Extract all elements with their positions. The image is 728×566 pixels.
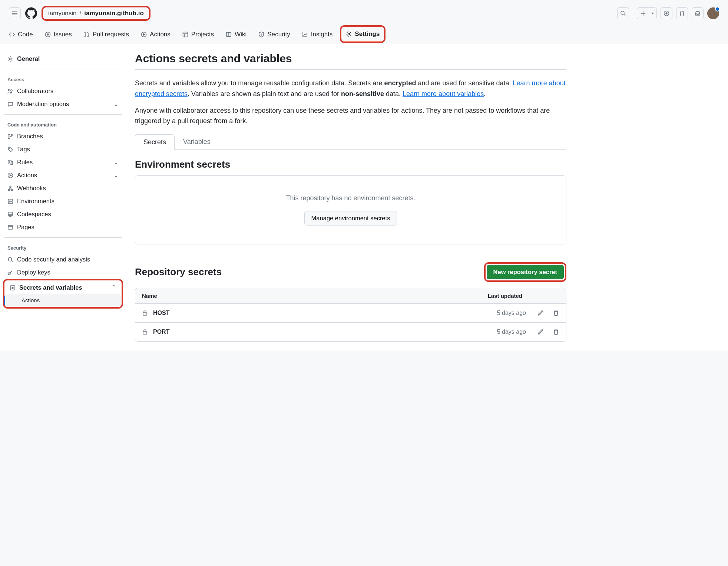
tab-wiki[interactable]: Wiki xyxy=(221,27,251,43)
lock-icon xyxy=(142,329,148,335)
issue-icon xyxy=(45,32,51,37)
codespaces-icon xyxy=(7,211,13,217)
sidebar-group-code: Code and automation xyxy=(3,118,123,130)
key-asterisk-icon xyxy=(10,285,16,291)
svg-point-19 xyxy=(9,138,10,139)
shield-icon xyxy=(258,32,264,37)
tab-label: Settings xyxy=(355,30,380,38)
tab-insights[interactable]: Insights xyxy=(298,27,337,43)
gear-icon xyxy=(7,56,13,62)
tab-label: Issues xyxy=(54,31,72,38)
breadcrumb-repo[interactable]: iamyunsin.github.io xyxy=(84,10,144,17)
chevron-down-icon: ⌄ xyxy=(113,172,119,179)
sidebar-item-general[interactable]: General xyxy=(3,52,123,65)
secret-updated: 5 days ago xyxy=(470,329,526,335)
new-repository-secret-button[interactable]: New repository secret xyxy=(487,265,564,279)
sidebar-item-tags[interactable]: Tags xyxy=(3,143,123,156)
svg-point-21 xyxy=(9,148,10,149)
notifications-button[interactable] xyxy=(692,7,704,19)
svg-point-0 xyxy=(621,11,624,14)
breadcrumb-owner[interactable]: iamyunsin xyxy=(48,10,77,17)
git-branch-icon xyxy=(7,134,13,139)
svg-point-4 xyxy=(680,15,681,16)
environment-secrets-heading: Environment secrets xyxy=(135,159,566,170)
server-icon xyxy=(7,198,13,204)
play-icon xyxy=(141,32,147,37)
tab-issues[interactable]: Issues xyxy=(40,27,76,43)
svg-point-2 xyxy=(666,13,667,14)
secret-name: HOST xyxy=(153,310,470,316)
webhook-icon xyxy=(7,185,13,191)
inbox-icon xyxy=(695,10,701,16)
issues-button[interactable] xyxy=(661,7,672,19)
tab-projects[interactable]: Projects xyxy=(178,27,218,43)
svg-point-25 xyxy=(8,189,10,191)
sidebar-item-branches[interactable]: Branches xyxy=(3,130,123,143)
sidebar-item-pages[interactable]: Pages xyxy=(3,221,123,234)
git-pull-request-icon xyxy=(679,10,685,16)
delete-icon[interactable] xyxy=(553,329,559,335)
plus-icon xyxy=(641,11,646,16)
tab-secrets[interactable]: Secrets xyxy=(135,134,175,150)
tab-label: Pull requests xyxy=(93,31,129,38)
divider xyxy=(4,69,122,69)
avatar[interactable] xyxy=(707,7,719,19)
tab-label: Insights xyxy=(311,31,333,38)
tab-variables[interactable]: Variables xyxy=(175,134,219,149)
sort-icon xyxy=(159,293,165,299)
sidebar-item-moderation[interactable]: Moderation options ⌄ xyxy=(3,98,123,111)
codescan-icon xyxy=(7,257,13,263)
tab-label: Security xyxy=(267,31,290,38)
svg-point-17 xyxy=(11,90,12,91)
manage-environment-secrets-button[interactable]: Manage environment secrets xyxy=(304,211,397,226)
sidebar-item-actions[interactable]: Actions ⌄ xyxy=(3,169,123,182)
sidebar-item-secrets-variables[interactable]: Secrets and variables ⌃ xyxy=(5,281,121,294)
tab-pull-requests[interactable]: Pull requests xyxy=(79,27,133,43)
create-new-dropdown[interactable] xyxy=(637,7,657,19)
comment-icon xyxy=(7,101,13,107)
svg-point-30 xyxy=(9,203,9,203)
sidebar-item-code-security[interactable]: Code security and analysis xyxy=(3,253,123,266)
search-icon xyxy=(620,10,626,16)
svg-point-29 xyxy=(9,200,9,200)
divider xyxy=(633,9,633,18)
tab-security[interactable]: Security xyxy=(254,27,294,43)
svg-point-15 xyxy=(10,58,11,60)
sidebar-item-webhooks[interactable]: Webhooks xyxy=(3,182,123,195)
svg-point-10 xyxy=(87,36,89,37)
sidebar-group-security: Security xyxy=(3,241,123,253)
tab-code[interactable]: Code xyxy=(4,27,37,43)
search-button[interactable] xyxy=(617,7,629,19)
tab-actions[interactable]: Actions xyxy=(136,27,175,43)
svg-rect-36 xyxy=(143,313,147,315)
svg-point-5 xyxy=(683,15,684,16)
tab-settings[interactable]: Settings xyxy=(340,25,385,43)
svg-point-26 xyxy=(11,189,13,191)
edit-icon[interactable] xyxy=(537,329,544,335)
column-name[interactable]: Name xyxy=(142,293,157,299)
highlighted-region: Secrets and variables ⌃ Actions xyxy=(3,279,123,309)
pull-requests-button[interactable] xyxy=(676,7,688,19)
sidebar-item-deploy-keys[interactable]: Deploy keys xyxy=(3,266,123,279)
sidebar-item-codespaces[interactable]: Codespaces xyxy=(3,208,123,221)
book-icon xyxy=(226,32,232,37)
hamburger-menu-button[interactable] xyxy=(9,7,21,19)
edit-icon[interactable] xyxy=(537,310,544,316)
environment-secrets-empty: This repository has no environment secre… xyxy=(135,175,566,244)
learn-more-variables-link[interactable]: Learn more about variables xyxy=(403,90,484,98)
svg-rect-12 xyxy=(183,32,188,37)
sidebar-item-rules[interactable]: Rules ⌄ xyxy=(3,156,123,169)
sidebar-item-collaborators[interactable]: Collaborators xyxy=(3,85,123,98)
rules-icon xyxy=(7,159,13,165)
svg-point-8 xyxy=(85,32,86,33)
description-2: Anyone with collaborator access to this … xyxy=(135,105,566,127)
git-pull-request-icon xyxy=(84,32,90,37)
github-logo-icon[interactable] xyxy=(25,7,37,19)
gear-icon xyxy=(346,31,352,37)
svg-point-9 xyxy=(85,36,86,37)
sidebar-item-environments[interactable]: Environments xyxy=(3,195,123,208)
secret-updated: 5 days ago xyxy=(470,310,526,316)
empty-text: This repository has no environment secre… xyxy=(143,194,559,202)
delete-icon[interactable] xyxy=(553,310,559,316)
sidebar-subitem-actions[interactable]: Actions xyxy=(5,294,121,306)
